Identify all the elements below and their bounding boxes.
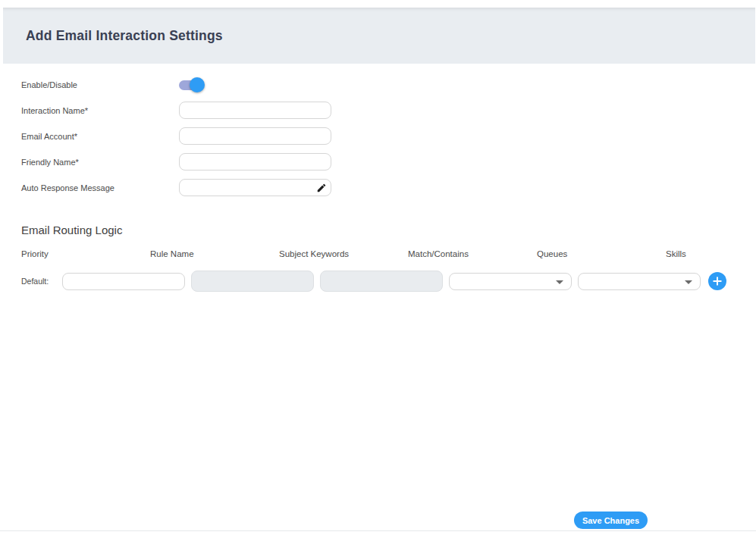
page-header: Add Email Interaction Settings [3, 8, 755, 64]
auto-response-label: Auto Response Message [21, 183, 179, 192]
skills-cell [578, 273, 701, 290]
email-account-label: Email Account* [21, 132, 179, 141]
skills-select[interactable] [578, 273, 701, 290]
email-account-row: Email Account* [21, 127, 756, 145]
pencil-icon [316, 184, 327, 196]
column-header-queues: Queues [537, 249, 660, 258]
friendly-name-label: Friendly Name* [21, 158, 179, 167]
match-contains-cell [320, 271, 443, 292]
page-title: Add Email Interaction Settings [26, 28, 223, 44]
rule-name-cell [62, 273, 185, 290]
enable-disable-row: Enable/Disable [21, 76, 756, 93]
email-account-input[interactable] [179, 127, 331, 145]
toggle-knob [190, 77, 205, 92]
settings-form: Enable/Disable Interaction Name* Email A… [0, 64, 756, 292]
interaction-name-row: Interaction Name* [21, 102, 756, 119]
subject-keywords-cell [191, 271, 314, 292]
rule-name-input[interactable] [62, 273, 185, 290]
routing-section-heading: Email Routing Logic [21, 224, 756, 236]
auto-response-row: Auto Response Message [21, 179, 756, 196]
interaction-name-input[interactable] [179, 102, 331, 119]
save-changes-button[interactable]: Save Changes [574, 512, 648, 529]
auto-response-input-wrap [179, 179, 331, 196]
column-header-rule-name: Rule Name [150, 249, 273, 258]
match-contains-input-disabled [320, 271, 443, 292]
enable-disable-toggle[interactable] [179, 77, 205, 92]
column-header-subject-keywords: Subject Keywords [279, 249, 402, 258]
interaction-name-label: Interaction Name* [21, 106, 179, 115]
routing-default-row: Default: [21, 271, 756, 292]
queues-select[interactable] [449, 273, 572, 290]
friendly-name-input[interactable] [179, 153, 331, 171]
friendly-name-row: Friendly Name* [21, 153, 756, 171]
add-rule-button[interactable] [708, 272, 726, 290]
column-header-skills: Skills [666, 249, 756, 258]
subject-keywords-input-disabled [191, 271, 314, 292]
routing-table-header: Priority Rule Name Subject Keywords Matc… [21, 249, 756, 258]
edit-auto-response-button[interactable] [315, 182, 328, 194]
queues-cell [449, 273, 572, 290]
auto-response-input[interactable] [179, 179, 331, 196]
caret-down-icon [685, 280, 692, 284]
default-priority-label: Default: [21, 277, 62, 286]
enable-disable-label: Enable/Disable [21, 80, 179, 89]
bottom-divider [0, 530, 756, 531]
caret-down-icon [556, 280, 563, 284]
column-header-match-contains: Match/Contains [408, 249, 531, 258]
column-header-priority: Priority [21, 249, 144, 258]
